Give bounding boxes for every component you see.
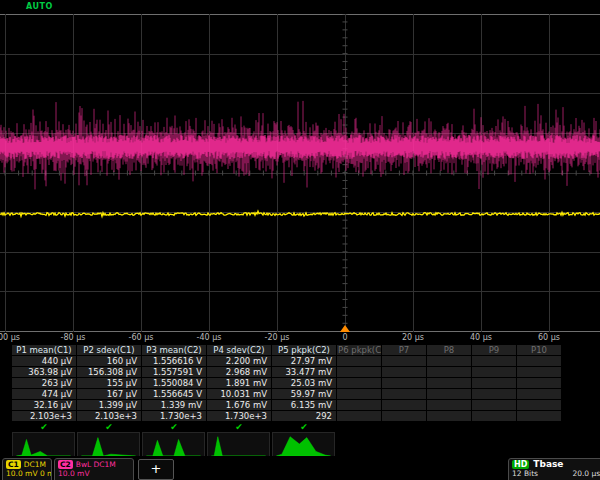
measure-cell: 156.308 µV [77, 367, 141, 377]
measure-cell: 27.97 mV [272, 356, 336, 366]
histogram-shape-icon [211, 437, 265, 456]
measure-cell [337, 378, 381, 388]
c1-offset: 0 mV [40, 469, 52, 478]
time-label: 40 µs [470, 333, 492, 342]
measure-cell: 474 µV [12, 389, 76, 399]
timebase-scale: 20.0 µs/div [572, 469, 600, 478]
measure-cell: 2.103e+3 [12, 411, 76, 421]
measure-cell [472, 356, 516, 366]
measure-cell [517, 389, 561, 399]
param-header-p7[interactable]: P7 [382, 345, 426, 355]
measure-cell [382, 400, 426, 410]
measure-cell: 1.399 µV [77, 400, 141, 410]
measure-cell: 1.730e+3 [142, 411, 206, 421]
trigger-position-marker[interactable] [340, 325, 350, 332]
top-status-bar: AUTO [0, 0, 600, 13]
measure-cell [337, 389, 381, 399]
histogram-shape-icon [146, 439, 200, 456]
param-header-p10[interactable]: P10 [517, 345, 561, 355]
measure-cell: 32.16 µV [12, 400, 76, 410]
measure-cell [382, 389, 426, 399]
measure-cell [337, 367, 381, 377]
add-trace-button[interactable]: + [138, 459, 174, 480]
c1-trace[interactable] [0, 211, 600, 216]
time-label: -80 µs [61, 333, 86, 342]
time-label: 20 µs [402, 333, 424, 342]
param-header-p6[interactable]: P6 pkpk(C5) [337, 345, 381, 355]
histicon-p2[interactable] [77, 432, 140, 457]
c1-channel-label: C1 [6, 460, 21, 469]
time-label: 60 µs [538, 333, 560, 342]
measure-cell [382, 378, 426, 388]
time-label: -40 µs [197, 333, 222, 342]
c1-descriptor-box[interactable]: C1DC1M 10.0 mV 0 mV [2, 458, 52, 480]
time-label: 0 [342, 333, 347, 342]
timebase-descriptor-box[interactable]: HDTbase 12 Bits 20.0 µs/div [508, 458, 600, 480]
histogram-shape-icon [16, 439, 70, 456]
measure-cell: 1.339 mV [142, 400, 206, 410]
measure-cell [382, 367, 426, 377]
oscilloscope-screen: AUTO -100 µs-80 µs-60 µs-40 µs-20 µs020 … [0, 0, 600, 480]
param-header-p8[interactable]: P8 [427, 345, 471, 355]
c2-vertical-scale: 10.0 mV [58, 469, 90, 478]
param-header-p1[interactable]: P1 mean(C1) [12, 345, 76, 355]
waveform-display-area [0, 14, 600, 332]
param-header-p9[interactable]: P9 [472, 345, 516, 355]
measure-cell: 263 µV [12, 378, 76, 388]
measure-cell [472, 367, 516, 377]
measure-cell [337, 356, 381, 366]
histicon-row [0, 432, 600, 457]
histogram-shape-icon [81, 438, 135, 456]
measure-cell: 59.97 mV [272, 389, 336, 399]
measure-cell: 363.98 µV [12, 367, 76, 377]
measure-cell [427, 389, 471, 399]
measure-cell: 1.556645 V [142, 389, 206, 399]
c2-channel-label: C2 [58, 460, 73, 469]
histogram-shape-icon [276, 437, 330, 456]
param-header-p2[interactable]: P2 sdev(C1) [77, 345, 141, 355]
trigger-mode-indicator: AUTO [26, 2, 53, 11]
measure-cell [427, 367, 471, 377]
status-check-icon: ✔ [77, 422, 141, 432]
measure-cell [517, 400, 561, 410]
measure-cell [337, 400, 381, 410]
measure-cell [337, 411, 381, 421]
measure-cell: 1.556616 V [142, 356, 206, 366]
time-axis: -100 µs-80 µs-60 µs-40 µs-20 µs020 µs40 … [0, 333, 600, 344]
measure-cell: 1.891 mV [207, 378, 271, 388]
histicon-p3[interactable] [142, 432, 205, 457]
status-check-icon: ✔ [272, 422, 336, 432]
measure-cell: 2.103e+3 [77, 411, 141, 421]
measure-cell: 25.03 mV [272, 378, 336, 388]
histicon-p5[interactable] [272, 432, 335, 457]
status-check-icon: ✔ [12, 422, 76, 432]
measure-cell: 2.968 mV [207, 367, 271, 377]
timebase-label: Tbase [533, 459, 563, 469]
measure-cell: 155 µV [77, 378, 141, 388]
measure-cell [427, 400, 471, 410]
param-header-p5[interactable]: P5 pkpk(C2) [272, 345, 336, 355]
c1-coupling: DC1M [24, 460, 46, 469]
measure-cell: 1.730e+3 [207, 411, 271, 421]
measure-cell: 167 µV [77, 389, 141, 399]
time-label: -100 µs [0, 333, 20, 342]
timebase-bits: 12 Bits [512, 469, 538, 478]
measure-cell [517, 367, 561, 377]
param-header-p4[interactable]: P4 sdev(C2) [207, 345, 271, 355]
measure-cell: 1.676 mV [207, 400, 271, 410]
time-label: -20 µs [265, 333, 290, 342]
param-header-p3[interactable]: P3 mean(C2) [142, 345, 206, 355]
c1-vertical-scale: 10.0 mV [6, 469, 38, 478]
measure-cell: 160 µV [77, 356, 141, 366]
measure-cell: 1.557591 V [142, 367, 206, 377]
histicon-p4[interactable] [207, 432, 270, 457]
time-label: -60 µs [129, 333, 154, 342]
c2-descriptor-box[interactable]: C2BwL DC1M 10.0 mV [54, 458, 134, 480]
histicon-p1[interactable] [12, 432, 75, 457]
measure-cell [472, 411, 516, 421]
measure-cell: 10.031 mV [207, 389, 271, 399]
measure-cell: 2.200 mV [207, 356, 271, 366]
measure-cell [382, 356, 426, 366]
measure-cell [472, 378, 516, 388]
measure-cell [427, 356, 471, 366]
